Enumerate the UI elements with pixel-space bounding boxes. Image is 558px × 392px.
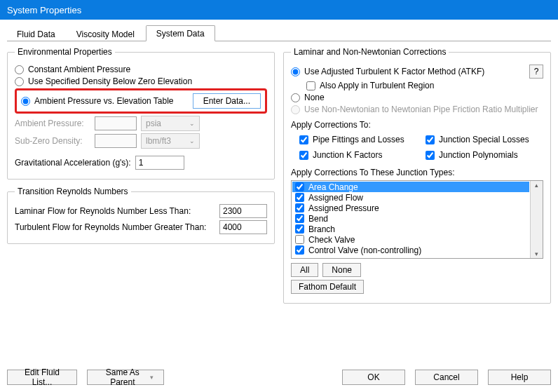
subzero-density-unit: lbm/ft3 ⌄ xyxy=(141,133,200,149)
tab-fluid-data[interactable]: Fluid Data xyxy=(7,27,65,41)
check-also-turbulent[interactable]: Also Apply in Turbulent Region xyxy=(306,81,543,90)
check-junction-k[interactable]: Junction K Factors xyxy=(299,150,417,160)
dialog-footer: Edit Fluid List... Same As Parent ▾ OK C… xyxy=(7,370,551,385)
subzero-density-input xyxy=(95,134,137,148)
radio-specified-density-input[interactable] xyxy=(15,77,24,86)
group-environmental: Environmental Properties Constant Ambien… xyxy=(7,47,275,180)
tab-strip: Fluid Data Viscosity Model System Data xyxy=(7,24,551,41)
help-button[interactable]: Help xyxy=(488,370,551,385)
radio-ambient-table-input[interactable] xyxy=(21,97,30,106)
ambient-pressure-unit: psia ⌄ xyxy=(141,116,200,131)
window-title: System Properties xyxy=(7,5,81,15)
check-junction-poly[interactable]: Junction Polynomials xyxy=(426,150,543,160)
label-ambient-pressure: Ambient Pressure: xyxy=(15,119,90,128)
radio-constant-ambient[interactable]: Constant Ambient Pressure xyxy=(15,65,267,74)
check-junction-special[interactable]: Junction Special Losses xyxy=(426,135,543,144)
legend-reynolds: Transition Reynolds Numbers xyxy=(15,187,131,196)
chevron-down-icon: ⌄ xyxy=(189,120,195,127)
tab-viscosity-model[interactable]: Viscosity Model xyxy=(67,27,144,41)
edit-fluid-list-button[interactable]: Edit Fluid List... xyxy=(7,370,77,385)
chevron-down-icon: ⌄ xyxy=(189,137,195,144)
radio-constant-ambient-input[interactable] xyxy=(15,65,24,74)
radio-specified-density[interactable]: Use Specified Density Below Zero Elevati… xyxy=(15,76,267,86)
radio-none-input[interactable] xyxy=(291,93,300,102)
label-turbulent: Turbulent Flow for Reynolds Number Great… xyxy=(15,222,215,232)
help-atkf-button[interactable]: ? xyxy=(529,65,543,79)
ok-button[interactable]: OK xyxy=(342,370,405,385)
enter-data-button[interactable]: Enter Data... xyxy=(193,93,261,109)
chevron-down-icon: ▾ xyxy=(150,374,154,381)
turbulent-input[interactable] xyxy=(219,220,267,234)
scrollbar[interactable]: ▴ ▾ xyxy=(530,181,543,258)
list-item[interactable]: Branch xyxy=(292,224,529,234)
grav-input[interactable] xyxy=(135,156,184,170)
radio-atkf[interactable]: Use Adjusted Turbulent K Factor Method (… xyxy=(291,67,525,76)
list-item[interactable]: Control Valve (non-controlling) xyxy=(292,245,529,255)
list-item[interactable]: Check Valve xyxy=(292,234,529,245)
fathom-default-button[interactable]: Fathom Default xyxy=(291,280,364,294)
highlight-ambient-table: Ambient Pressure vs. Elevation Table Ent… xyxy=(15,88,267,114)
radio-ambient-table[interactable]: Ambient Pressure vs. Elevation Table xyxy=(21,96,174,106)
ambient-pressure-input xyxy=(95,116,137,130)
label-grav: Gravitational Acceleration (g's): xyxy=(15,158,131,168)
label-junction-types: Apply Corrections To These Junction Type… xyxy=(291,168,543,177)
title-bar: System Properties xyxy=(0,0,558,20)
legend-laminar-corrections: Laminar and Non-Newtonian Corrections xyxy=(291,47,449,57)
cancel-button[interactable]: Cancel xyxy=(415,370,478,385)
same-as-parent-button[interactable]: Same As Parent ▾ xyxy=(87,370,164,385)
radio-none[interactable]: None xyxy=(291,93,543,102)
list-item[interactable]: Bend xyxy=(292,213,529,224)
label-laminar: Laminar Flow for Reynolds Number Less Th… xyxy=(15,206,215,216)
legend-environmental: Environmental Properties xyxy=(15,47,115,57)
list-item[interactable]: Assigned Flow xyxy=(292,192,529,203)
check-pipe-fittings[interactable]: Pipe Fittings and Losses xyxy=(299,135,417,144)
radio-atkf-input[interactable] xyxy=(291,67,300,76)
all-button[interactable]: All xyxy=(291,263,318,277)
laminar-input[interactable] xyxy=(219,204,267,218)
radio-nn-ratio-input xyxy=(291,105,300,114)
junction-types-listbox[interactable]: Area ChangeAssigned FlowAssigned Pressur… xyxy=(291,180,543,259)
group-reynolds: Transition Reynolds Numbers Laminar Flow… xyxy=(7,187,275,244)
scroll-down-icon[interactable]: ▾ xyxy=(535,250,538,258)
list-item[interactable]: Area Change xyxy=(292,182,529,192)
group-laminar-corrections: Laminar and Non-Newtonian Corrections Us… xyxy=(283,47,551,304)
label-subzero-density: Sub-Zero Density: xyxy=(15,136,90,146)
list-item[interactable]: Assigned Pressure xyxy=(292,203,529,213)
label-apply-to: Apply Corrections To: xyxy=(291,120,543,130)
check-also-turbulent-input[interactable] xyxy=(306,81,315,90)
radio-nn-ratio: Use Non-Newtonian to Newtonian Pipe Fric… xyxy=(291,104,543,114)
none-button[interactable]: None xyxy=(322,263,361,277)
scroll-up-icon[interactable]: ▴ xyxy=(535,181,538,189)
tab-system-data[interactable]: System Data xyxy=(146,25,215,41)
